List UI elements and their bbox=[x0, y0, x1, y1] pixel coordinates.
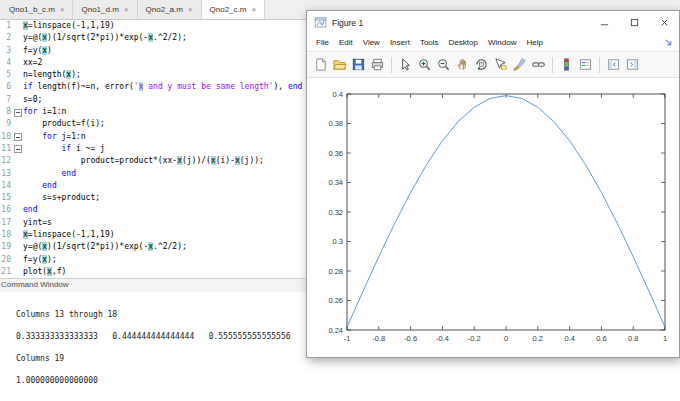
maximize-button[interactable] bbox=[619, 11, 649, 34]
fold-gutter bbox=[13, 192, 23, 204]
new-figure-icon[interactable] bbox=[312, 56, 329, 73]
line-number: 15 bbox=[0, 192, 13, 204]
figure-plot-svg[interactable]: -1-0.8-0.6-0.4-0.200.20.40.60.810.240.26… bbox=[311, 82, 675, 354]
code-text: s=s+product; bbox=[23, 192, 100, 204]
code-text: end bbox=[23, 180, 57, 192]
line-number: 14 bbox=[0, 180, 13, 192]
code-fold-icon[interactable] bbox=[13, 143, 23, 155]
x-tick-label: 1 bbox=[663, 334, 667, 343]
rotate-3d-icon[interactable] bbox=[473, 56, 490, 73]
figure-toolbar bbox=[307, 51, 679, 78]
menu-tools[interactable]: Tools bbox=[415, 38, 444, 47]
console-line bbox=[16, 364, 680, 375]
x-tick-label: -0.4 bbox=[436, 334, 449, 343]
toolbar-separator bbox=[552, 57, 553, 73]
line-number: 10 bbox=[0, 131, 13, 143]
editor-tab-Qno2_a.m[interactable]: Qno2_a.m× bbox=[138, 0, 202, 19]
code-fold-icon[interactable] bbox=[13, 131, 23, 143]
code-text: x=linspace(-1,1,19) bbox=[23, 20, 115, 32]
fold-gutter bbox=[13, 217, 23, 229]
line-number: 16 bbox=[0, 204, 13, 216]
matlab-desktop: Qno1_b_c.m×Qno1_d.m×Qno2_a.m×Qno2_c.m× 1… bbox=[0, 0, 680, 401]
print-figure-icon[interactable] bbox=[369, 56, 386, 73]
x-tick-label: 0.8 bbox=[628, 334, 638, 343]
dock-figure-icon[interactable] bbox=[663, 37, 674, 48]
window-controls bbox=[589, 11, 679, 34]
fold-gutter bbox=[13, 20, 23, 32]
code-fold-icon[interactable] bbox=[13, 106, 23, 118]
y-tick-label: 0.24 bbox=[328, 325, 343, 334]
figure-window: Figure 1 FileEditViewInsertToolsDesktopW… bbox=[306, 10, 680, 358]
tab-close-icon[interactable]: × bbox=[60, 5, 65, 14]
fold-gutter bbox=[13, 57, 23, 69]
code-text: y=@(x)(1/sqrt(2*pi))*exp(-x.^2/2); bbox=[23, 32, 187, 44]
y-tick-label: 0.26 bbox=[328, 296, 343, 305]
figure-titlebar[interactable]: Figure 1 bbox=[307, 11, 679, 34]
tab-close-icon[interactable]: × bbox=[188, 5, 193, 14]
show-plot-tools-icon[interactable] bbox=[624, 56, 641, 73]
open-file-icon[interactable] bbox=[331, 56, 348, 73]
menu-view[interactable]: View bbox=[358, 38, 385, 47]
menu-file[interactable]: File bbox=[311, 38, 334, 47]
y-tick-label: 0.3 bbox=[333, 237, 343, 246]
tab-label: Qno1_d.m bbox=[81, 5, 118, 14]
line-number: 18 bbox=[0, 229, 13, 241]
pan-icon[interactable] bbox=[454, 56, 471, 73]
link-plot-icon[interactable] bbox=[530, 56, 547, 73]
zoom-in-icon[interactable] bbox=[416, 56, 433, 73]
tab-label: Qno2_a.m bbox=[146, 5, 183, 14]
fold-gutter bbox=[13, 204, 23, 216]
editor-tab-Qno1_d.m[interactable]: Qno1_d.m× bbox=[73, 0, 137, 19]
code-text: end bbox=[23, 204, 37, 216]
code-text: f=y(x) bbox=[23, 45, 52, 57]
command-window-title: Command Window bbox=[1, 280, 69, 289]
hide-plot-tools-icon[interactable] bbox=[605, 56, 622, 73]
line-number: 3 bbox=[0, 45, 13, 57]
figure-menubar: FileEditViewInsertToolsDesktopWindowHelp bbox=[307, 34, 679, 51]
y-tick-label: 0.36 bbox=[328, 148, 343, 157]
code-text: product=f(i); bbox=[23, 118, 105, 130]
brush-icon[interactable] bbox=[511, 56, 528, 73]
fold-gutter bbox=[13, 241, 23, 253]
line-number: 12 bbox=[0, 155, 13, 167]
fold-gutter bbox=[13, 69, 23, 81]
data-cursor-icon[interactable] bbox=[492, 56, 509, 73]
tab-close-icon[interactable]: × bbox=[251, 5, 256, 14]
x-tick-label: -0.8 bbox=[372, 334, 385, 343]
line-number: 13 bbox=[0, 168, 13, 180]
save-figure-icon[interactable] bbox=[350, 56, 367, 73]
toolbar-separator bbox=[599, 57, 600, 73]
code-text: f=y(x); bbox=[23, 254, 57, 266]
code-text: s=0; bbox=[23, 94, 42, 106]
tab-close-icon[interactable]: × bbox=[124, 5, 129, 14]
close-button[interactable] bbox=[649, 11, 679, 34]
x-tick-label: 0.4 bbox=[564, 334, 574, 343]
edit-plot-icon[interactable] bbox=[397, 56, 414, 73]
tab-label: Qno2_c.m bbox=[210, 5, 247, 14]
menu-edit[interactable]: Edit bbox=[334, 38, 358, 47]
fold-gutter bbox=[13, 254, 23, 266]
x-tick-label: 0.2 bbox=[533, 334, 543, 343]
insert-legend-icon[interactable] bbox=[577, 56, 594, 73]
editor-tab-Qno1_b_c.m[interactable]: Qno1_b_c.m× bbox=[1, 0, 73, 19]
menu-window[interactable]: Window bbox=[483, 38, 521, 47]
figure-canvas: -1-0.8-0.6-0.4-0.200.20.40.60.810.240.26… bbox=[307, 78, 679, 357]
figure-title: Figure 1 bbox=[332, 18, 589, 28]
editor-tab-Qno2_c.m[interactable]: Qno2_c.m× bbox=[202, 0, 266, 19]
insert-colorbar-icon[interactable] bbox=[558, 56, 575, 73]
fold-gutter bbox=[13, 45, 23, 57]
code-text: n=length(x); bbox=[23, 69, 81, 81]
menu-desktop[interactable]: Desktop bbox=[444, 38, 483, 47]
code-text: plot(x,f) bbox=[23, 266, 66, 278]
minimize-button[interactable] bbox=[589, 11, 619, 34]
fold-gutter bbox=[13, 168, 23, 180]
zoom-out-icon[interactable] bbox=[435, 56, 452, 73]
line-number: 20 bbox=[0, 254, 13, 266]
x-tick-label: 0.6 bbox=[596, 334, 606, 343]
menu-help[interactable]: Help bbox=[521, 38, 547, 47]
line-number: 4 bbox=[0, 57, 13, 69]
line-number: 9 bbox=[0, 118, 13, 130]
line-number: 7 bbox=[0, 94, 13, 106]
code-text: end bbox=[23, 168, 76, 180]
menu-insert[interactable]: Insert bbox=[385, 38, 415, 47]
